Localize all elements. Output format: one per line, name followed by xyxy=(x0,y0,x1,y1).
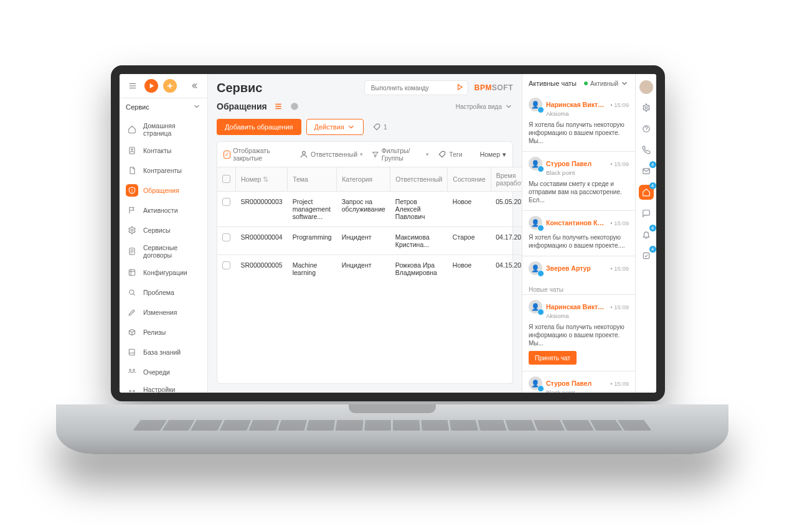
sidebar-item-5[interactable]: Сервисы xyxy=(120,220,207,240)
command-box[interactable] xyxy=(364,80,468,95)
view-setup[interactable]: Настройка вида xyxy=(456,102,513,111)
sidebar-item-2[interactable]: Контрагенты xyxy=(120,161,207,180)
row-checkbox[interactable] xyxy=(222,261,230,269)
chat-item[interactable]: 👤 Зверев Артур • 15:09 xyxy=(522,256,635,281)
table-card: ✓ Отображать закрытые Ответственный ▾ Фи… xyxy=(217,141,513,384)
column-header[interactable]: Ответственный xyxy=(390,167,448,192)
chat-item[interactable]: 👤 Стуров Павел • 15:09 Black point Мы со… xyxy=(522,151,635,210)
page-title: Сервис xyxy=(217,81,263,95)
status-indicator[interactable]: Активный xyxy=(584,79,629,88)
chat-message: Мы составим смету к среде и отправим вам… xyxy=(529,180,629,204)
main-content: Сервис BPMSOFT Обращения xyxy=(208,74,522,393)
chat-time: • 15:09 xyxy=(610,380,629,387)
svg-point-6 xyxy=(130,290,134,294)
chat-message: Я хотела бы получить некоторую информаци… xyxy=(529,323,629,347)
sidebar-item-10[interactable]: Релизы xyxy=(120,322,207,342)
column-header[interactable]: Состояние xyxy=(448,167,491,192)
mail-icon[interactable]: 4 xyxy=(639,164,654,179)
table-row[interactable]: SR000000004 Programming Инцидент Максимо… xyxy=(217,227,567,255)
run-icon[interactable] xyxy=(455,83,464,93)
sidebar-item-9[interactable]: Изменения xyxy=(120,302,207,322)
command-input[interactable] xyxy=(370,84,451,92)
sidebar-item-0[interactable]: Домашняя страница xyxy=(120,118,207,141)
column-header[interactable]: Категория xyxy=(337,167,390,192)
channel-badge-icon xyxy=(537,106,544,113)
responsible-filter[interactable]: Ответственный ▾ xyxy=(299,150,363,159)
channel-badge-icon xyxy=(537,385,544,392)
chat-item[interactable]: 👤 Наринская Виктория • 15:09 Aksioma Я х… xyxy=(522,294,635,371)
column-header[interactable]: Тема xyxy=(288,167,337,192)
svg-point-1 xyxy=(131,149,133,150)
tags-filter[interactable]: Теги xyxy=(438,150,462,159)
chat-item[interactable]: 👤 Стуров Павел • 15:09 Black point Мы со… xyxy=(522,371,635,393)
home-tab-icon[interactable]: 4 xyxy=(639,185,654,200)
chat-panel: Активные чаты Активный 👤 Наринская Викто… xyxy=(522,74,635,393)
show-closed-toggle[interactable]: ✓ Отображать закрытые xyxy=(224,147,291,162)
subheader: Обращения Настройка вида xyxy=(208,99,522,116)
sidebar-item-label: Контрагенты xyxy=(143,167,201,174)
queue-icon xyxy=(126,366,138,378)
gear-icon xyxy=(126,224,138,236)
book-icon xyxy=(126,346,138,358)
plus-icon[interactable] xyxy=(163,79,177,93)
requests-table: Номер ⇅ТемаКатегорияОтветственныйСостоян… xyxy=(217,167,567,282)
queue-cfg-icon xyxy=(126,387,138,393)
accept-chat-button[interactable]: Принять чат xyxy=(529,351,577,365)
sidebar-item-label: Сервисные договоры xyxy=(143,244,201,259)
sidebar-item-6[interactable]: Сервисные договоры xyxy=(120,240,207,263)
row-checkbox[interactable] xyxy=(222,198,230,206)
play-icon[interactable] xyxy=(144,79,158,93)
dashboard-view-icon[interactable] xyxy=(290,101,299,111)
avatar: 👤 xyxy=(529,98,542,111)
sidebar-item-label: Обращения xyxy=(143,187,201,194)
sidebar-item-label: Активности xyxy=(143,207,201,214)
chat-item[interactable]: 👤 Константинов Конст... • 15:09 Я хотел … xyxy=(522,210,635,256)
status-dot-icon xyxy=(584,82,588,85)
user-avatar[interactable] xyxy=(639,80,653,94)
help-icon[interactable] xyxy=(639,121,654,136)
sidebar-item-13[interactable]: Настройки очередей xyxy=(120,382,207,393)
svg-point-2 xyxy=(132,192,133,192)
tag-count[interactable]: 1 xyxy=(372,123,387,131)
check-icon[interactable]: 4 xyxy=(639,248,654,263)
doc-icon xyxy=(126,164,138,177)
sidebar-item-12[interactable]: Очереди xyxy=(120,362,207,382)
svg-point-8 xyxy=(133,370,134,371)
list-view-icon[interactable] xyxy=(273,101,283,111)
sidebar-section-toggle[interactable]: Сервис xyxy=(120,98,207,116)
table-row[interactable]: SR000000003 Project management software.… xyxy=(217,192,567,227)
channel-badge-icon xyxy=(537,225,544,231)
collapse-icon[interactable] xyxy=(187,79,201,93)
phone-icon[interactable] xyxy=(639,142,654,157)
filter-bar: ✓ Отображать закрытые Ответственный ▾ Фи… xyxy=(217,142,512,167)
sidebar-item-8[interactable]: Проблема xyxy=(120,282,207,302)
row-checkbox[interactable] xyxy=(222,233,230,241)
table-row[interactable]: SR000000005 Machine learning Инцидент Ро… xyxy=(217,255,567,283)
sort-dropdown[interactable]: Номер ▾ xyxy=(480,151,506,158)
bell-icon[interactable]: 4 xyxy=(639,227,654,242)
chat-item[interactable]: 👤 Наринская Виктория • 15:09 Aksioma Я х… xyxy=(522,93,635,151)
svg-point-10 xyxy=(133,391,134,392)
column-header[interactable]: Номер ⇅ xyxy=(236,167,288,192)
column-header[interactable] xyxy=(217,167,236,192)
right-iconbar: 4 4 4 4 xyxy=(635,74,656,393)
settings-icon[interactable] xyxy=(639,100,654,115)
chat-message: Я хотел бы получить некоторую информацию… xyxy=(529,233,629,250)
sidebar-item-7[interactable]: Конфигурации xyxy=(120,263,207,282)
chat-icon[interactable] xyxy=(639,206,654,221)
chevron-down-icon xyxy=(192,102,201,112)
menu-icon[interactable] xyxy=(126,79,139,93)
sidebar-item-1[interactable]: Контакты xyxy=(120,141,207,161)
actions-dropdown[interactable]: Действия xyxy=(306,119,364,135)
sidebar-item-4[interactable]: Активности xyxy=(120,200,207,220)
filters-groups[interactable]: Фильтры/Группы ▾ xyxy=(372,147,429,162)
avatar: 👤 xyxy=(529,216,542,230)
sidebar-item-label: Изменения xyxy=(143,309,201,316)
sidebar-item-11[interactable]: База знаний xyxy=(120,342,207,362)
sidebar-item-label: Очереди xyxy=(143,368,201,376)
svg-rect-0 xyxy=(130,147,134,154)
chat-name: Стуров Павел xyxy=(546,380,606,387)
svg-point-13 xyxy=(303,151,306,154)
sidebar-item-3[interactable]: Обращения xyxy=(120,180,207,200)
add-button[interactable]: Добавить обращения xyxy=(217,119,301,135)
